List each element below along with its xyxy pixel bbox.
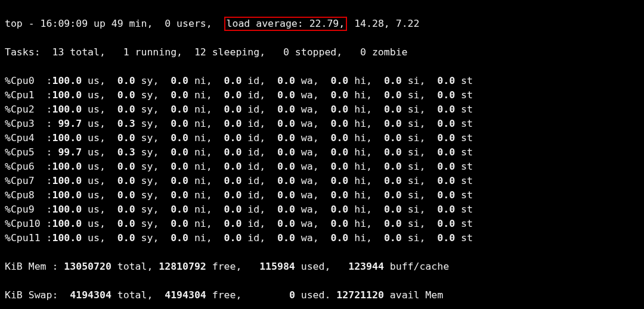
- summary-line: top - 16:09:09 up 49 min, 0 users, load …: [5, 17, 639, 31]
- cpu-line: %Cpu11 :100.0 us, 0.0 sy, 0.0 ni, 0.0 id…: [5, 231, 639, 245]
- cpu-line: %Cpu1 :100.0 us, 0.0 sy, 0.0 ni, 0.0 id,…: [5, 88, 639, 102]
- cpu-block: %Cpu0 :100.0 us, 0.0 sy, 0.0 ni, 0.0 id,…: [5, 74, 639, 245]
- cpu-line: %Cpu3 : 99.7 us, 0.3 sy, 0.0 ni, 0.0 id,…: [5, 117, 639, 131]
- mem-line: KiB Mem : 13050720 total, 12810792 free,…: [5, 260, 639, 274]
- summary-suffix: 14.28, 7.22: [348, 18, 419, 29]
- swap-line: KiB Swap: 4194304 total, 4194304 free, 0…: [5, 288, 639, 302]
- cpu-line: %Cpu6 :100.0 us, 0.0 sy, 0.0 ni, 0.0 id,…: [5, 160, 639, 174]
- tasks-line: Tasks: 13 total, 1 running, 12 sleeping,…: [5, 45, 639, 60]
- terminal-output: top - 16:09:09 up 49 min, 0 users, load …: [0, 0, 644, 309]
- cpu-line: %Cpu5 : 99.7 us, 0.3 sy, 0.0 ni, 0.0 id,…: [5, 145, 639, 160]
- cpu-line: %Cpu2 :100.0 us, 0.0 sy, 0.0 ni, 0.0 id,…: [5, 102, 639, 117]
- cpu-line: %Cpu4 :100.0 us, 0.0 sy, 0.0 ni, 0.0 id,…: [5, 131, 639, 145]
- cpu-line: %Cpu7 :100.0 us, 0.0 sy, 0.0 ni, 0.0 id,…: [5, 174, 639, 188]
- cpu-line: %Cpu0 :100.0 us, 0.0 sy, 0.0 ni, 0.0 id,…: [5, 74, 639, 88]
- loadavg-highlight: load average: 22.79,: [224, 17, 348, 31]
- cpu-line: %Cpu8 :100.0 us, 0.0 sy, 0.0 ni, 0.0 id,…: [5, 188, 639, 202]
- cpu-line: %Cpu9 :100.0 us, 0.0 sy, 0.0 ni, 0.0 id,…: [5, 202, 639, 217]
- cpu-line: %Cpu10 :100.0 us, 0.0 sy, 0.0 ni, 0.0 id…: [5, 217, 639, 231]
- summary-prefix: top - 16:09:09 up 49 min, 0 users,: [5, 18, 224, 29]
